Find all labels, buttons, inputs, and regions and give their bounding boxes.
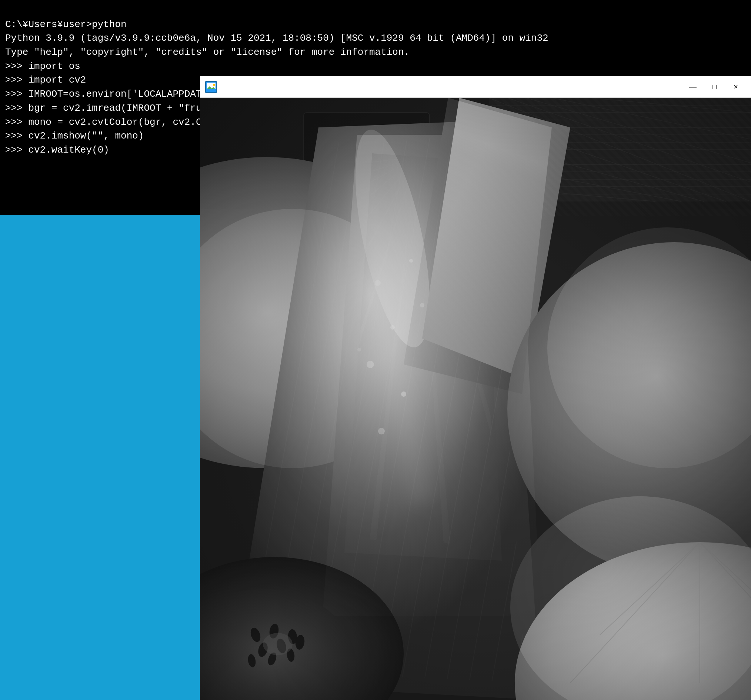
minimize-button[interactable]: — <box>683 80 703 94</box>
blue-background-area <box>0 215 200 700</box>
svg-point-4 <box>213 84 215 86</box>
fruits-grayscale-image <box>200 98 751 700</box>
restore-button[interactable]: □ <box>704 80 724 94</box>
svg-rect-64 <box>200 98 751 700</box>
window-controls: — □ × <box>683 80 746 94</box>
cv2-image-content <box>200 98 751 700</box>
close-button[interactable]: × <box>726 80 746 94</box>
cv2-image-window[interactable]: — □ × <box>200 76 751 700</box>
cv2-titlebar: — □ × <box>200 76 751 98</box>
cv2-window-icon <box>205 81 217 93</box>
terminal-window[interactable]: C:\¥Users¥user>python Python 3.9.9 (tags… <box>0 0 200 215</box>
image-svg-overlay <box>200 98 751 700</box>
